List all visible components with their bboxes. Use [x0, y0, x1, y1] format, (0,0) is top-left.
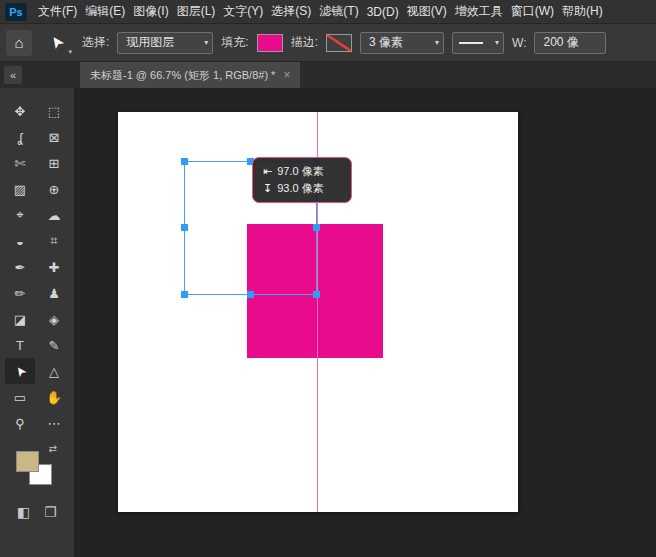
document-tab[interactable]: 未标题-1 @ 66.7% (矩形 1, RGB/8#) * × — [80, 62, 300, 88]
menu-item-edit[interactable]: 编辑(E) — [81, 3, 129, 20]
eraser-tool[interactable]: ◪ — [5, 306, 35, 332]
eyedropper-icon: ⌖ — [16, 207, 23, 223]
clone-stamp-icon: ⊕ — [49, 182, 60, 197]
ellipsis-icon: ⋯ — [48, 416, 61, 431]
document-canvas[interactable]: ⇤ 97.0 像素 ↧ 93.0 像素 — [118, 112, 518, 512]
rectangle-tool[interactable]: ▭ — [5, 384, 35, 410]
menu-item-plugins[interactable]: 增效工具 — [451, 3, 507, 20]
photoshop-logo: Ps — [5, 3, 27, 21]
rectangular-marquee-tool[interactable]: ⬚ — [39, 98, 69, 124]
freeform-pen-icon: ✎ — [49, 338, 60, 353]
pen-tool[interactable]: ✒ — [5, 254, 35, 280]
selection-handle-nw[interactable] — [181, 158, 188, 165]
frame-tool[interactable]: ⊞ — [39, 150, 69, 176]
home-button[interactable]: ⌂ — [6, 30, 32, 56]
object-selection-tool[interactable]: ⊠ — [39, 124, 69, 150]
tools-panel: ✥ ⬚ ʆ ⊠ ✄ ⊞ ▨ ⊕ ⌖ ☁ ◒ ⌗ ✒ ✚ ✏ ♟ ◪ ◈ T ✎ … — [0, 88, 74, 557]
collapse-panels-button[interactable]: « — [4, 66, 22, 84]
path-selection-arrow-icon: ➤ — [45, 32, 68, 54]
marquee-icon: ⬚ — [48, 104, 60, 119]
tool-grid: ✥ ⬚ ʆ ⊠ ✄ ⊞ ▨ ⊕ ⌖ ☁ ◒ ⌗ ✒ ✚ ✏ ♟ ◪ ◈ T ✎ … — [0, 98, 74, 436]
foreground-color-swatch[interactable] — [16, 451, 39, 472]
menu-item-select[interactable]: 选择(S) — [267, 3, 315, 20]
lasso-tool[interactable]: ʆ — [5, 124, 35, 150]
document-tab-title: 未标题-1 @ 66.7% (矩形 1, RGB/8#) * — [90, 68, 275, 83]
freeform-pen-tool[interactable]: ✎ — [39, 332, 69, 358]
smudge-tool[interactable]: ☁ — [39, 202, 69, 228]
width-label: W: — [512, 36, 526, 50]
menu-item-file[interactable]: 文件(F) — [34, 3, 81, 20]
gradient-tool[interactable]: ▨ — [5, 176, 35, 202]
clone-stamp-tool[interactable]: ⊕ — [39, 176, 69, 202]
tool-preset-caret-icon: ▾ — [68, 48, 72, 56]
screen-mode-icon[interactable]: ❐ — [44, 504, 57, 520]
menu-item-help[interactable]: 帮助(H) — [558, 3, 607, 20]
hand-tool[interactable]: ✋ — [39, 384, 69, 410]
selection-handle-s[interactable] — [247, 291, 254, 298]
menu-bar: Ps 文件(F) 编辑(E) 图像(I) 图层(L) 文字(Y) 选择(S) 滤… — [0, 0, 656, 24]
move-tool-icon: ✥ — [15, 104, 26, 119]
blur-icon: ◒ — [16, 234, 24, 249]
healing-brush-icon: ✚ — [49, 260, 60, 275]
brush-tool[interactable]: ✏ — [5, 280, 35, 306]
rectangle-icon: ▭ — [14, 390, 26, 405]
close-icon[interactable]: × — [283, 68, 290, 82]
vertical-distance-row: ↧ 93.0 像素 — [263, 180, 343, 197]
toolbar-bottom-buttons: ◧ ❐ — [0, 504, 74, 520]
stroke-width-dropdown[interactable]: 3 像素 ▾ — [360, 32, 444, 54]
stroke-color-swatch[interactable] — [326, 34, 352, 52]
stroke-label: 描边: — [291, 34, 318, 51]
select-mode-label: 选择: — [82, 34, 109, 51]
horizontal-distance-row: ⇤ 97.0 像素 — [263, 163, 343, 180]
eraser-icon: ◪ — [14, 312, 26, 327]
edit-toolbar-button[interactable]: ⋯ — [39, 410, 69, 436]
stamp-tool[interactable]: ♟ — [39, 280, 69, 306]
menu-item-view[interactable]: 视图(V) — [403, 3, 451, 20]
toolbar-header: « — [0, 62, 74, 88]
object-selection-icon: ⊠ — [49, 130, 60, 145]
menu-item-type[interactable]: 文字(Y) — [219, 3, 267, 20]
select-mode-dropdown[interactable]: 现用图层 ▾ — [117, 32, 213, 54]
menu-item-image[interactable]: 图像(I) — [129, 3, 172, 20]
menu-item-3d[interactable]: 3D(D) — [363, 5, 403, 19]
selection-handle-sw[interactable] — [181, 291, 188, 298]
quick-mask-icon[interactable]: ◧ — [17, 504, 30, 520]
stroke-style-dropdown[interactable]: ▾ — [452, 32, 504, 54]
smudge-icon: ☁ — [48, 208, 61, 223]
select-mode-value: 现用图层 — [126, 34, 174, 51]
quick-selection-tool[interactable]: ✄ — [5, 150, 35, 176]
shape-width-field[interactable]: 200 像 — [534, 32, 606, 54]
menu-item-window[interactable]: 窗口(W) — [507, 3, 558, 20]
healing-brush-tool[interactable]: ✚ — [39, 254, 69, 280]
selection-handle-se[interactable] — [313, 291, 320, 298]
type-icon: T — [16, 338, 24, 353]
lasso-icon: ʆ — [18, 130, 23, 145]
solid-line-icon — [459, 42, 483, 44]
brush-icon: ✏ — [15, 286, 26, 301]
shape-tool[interactable]: △ — [39, 358, 69, 384]
path-selection-icon: ➤ — [11, 362, 30, 380]
menu-item-layer[interactable]: 图层(L) — [173, 3, 220, 20]
sharpen-tool[interactable]: ◈ — [39, 306, 69, 332]
measurement-tooltip: ⇤ 97.0 像素 ↧ 93.0 像素 — [252, 157, 352, 203]
sharpen-icon: ◈ — [49, 312, 59, 327]
gradient-icon: ▨ — [14, 182, 26, 197]
hand-icon: ✋ — [46, 390, 62, 405]
fill-color-swatch[interactable] — [257, 34, 283, 52]
swap-colors-icon[interactable]: ⇄ — [49, 443, 57, 454]
eyedropper-tool[interactable]: ⌖ — [5, 202, 35, 228]
move-tool[interactable]: ✥ — [5, 98, 35, 124]
stamp-icon: ♟ — [48, 286, 60, 301]
path-selection-tool[interactable]: ➤ — [5, 358, 35, 384]
menu-item-filter[interactable]: 滤镜(T) — [315, 3, 362, 20]
blur-tool[interactable]: ◒ — [5, 228, 35, 254]
quick-selection-icon: ✄ — [15, 156, 26, 171]
selection-handle-w[interactable] — [181, 224, 188, 231]
current-tool-preset-button[interactable]: ➤ ▾ — [40, 30, 74, 56]
crop-tool[interactable]: ⌗ — [39, 228, 69, 254]
type-tool[interactable]: T — [5, 332, 35, 358]
horizontal-distance-icon: ⇤ — [263, 163, 272, 180]
selection-handle-e[interactable] — [313, 224, 320, 231]
canvas-workspace: ⇤ 97.0 像素 ↧ 93.0 像素 — [74, 88, 656, 557]
zoom-tool[interactable]: ⚲ — [5, 410, 35, 436]
